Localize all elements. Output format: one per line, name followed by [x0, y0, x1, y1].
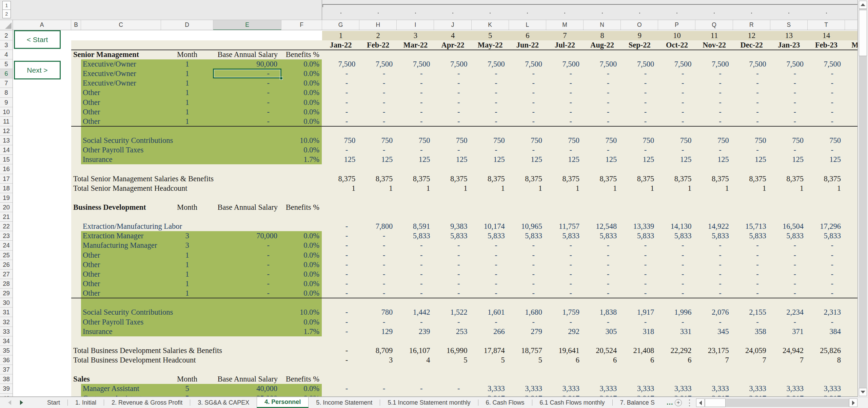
column-header-G[interactable]: G [322, 20, 359, 30]
outline-level-2-button[interactable]: 2 [2, 10, 11, 18]
column-header-Q[interactable]: Q [696, 20, 733, 30]
row-header-10[interactable]: 10 [0, 107, 13, 117]
next-sheet-arrow-icon[interactable] [20, 400, 23, 405]
row-header-37[interactable]: 37 [0, 365, 13, 374]
column-header-D[interactable]: D [161, 20, 213, 30]
value-cell: - [658, 260, 684, 270]
column-header-B[interactable]: B [71, 20, 81, 30]
row-header-7[interactable]: 7 [0, 78, 13, 88]
row-header-25[interactable]: 25 [0, 251, 13, 260]
value-cell: 5,833 [472, 231, 505, 241]
sheet-tab-5-1-income-statement-monthly[interactable]: 5.1 Income Statement monthly [380, 397, 478, 408]
row-header-36[interactable]: 36 [0, 355, 13, 365]
sheet-tab-5-income-statement[interactable]: 5. Income Statement [309, 397, 380, 408]
row-header-4[interactable]: 4 [0, 50, 13, 59]
row-header-13[interactable]: 13 [0, 136, 13, 145]
row-header-22[interactable]: 22 [0, 222, 13, 231]
row-header-24[interactable]: 24 [0, 241, 13, 250]
row-header-8[interactable]: 8 [0, 88, 13, 97]
column-header-R[interactable]: R [733, 20, 770, 30]
prev-sheet-arrow-icon[interactable] [8, 400, 11, 405]
more-sheets-indicator[interactable]: ... [667, 397, 673, 408]
row-header-6[interactable]: 6 [0, 69, 13, 78]
sheet-tab-1-initial[interactable]: 1. Initial [68, 397, 104, 408]
sheet-tab-3-sg-a-capex[interactable]: 3. SG&A & CAPEX [190, 397, 257, 408]
start-button[interactable]: < Start [14, 30, 61, 49]
column-header-C[interactable]: C [81, 20, 161, 30]
row-header-34[interactable]: 34 [0, 336, 13, 346]
column-header-U[interactable]: U [845, 20, 858, 30]
row-header-31[interactable]: 31 [0, 308, 13, 317]
column-header-O[interactable]: O [621, 20, 658, 30]
value-cell: - [472, 260, 497, 270]
row-header-32[interactable]: 32 [0, 317, 13, 327]
fill-handle[interactable] [280, 77, 283, 80]
row-header-30[interactable]: 30 [0, 298, 13, 308]
column-header-H[interactable]: H [359, 20, 397, 30]
vertical-scroll-track[interactable] [859, 9, 867, 388]
column-header-J[interactable]: J [434, 20, 471, 30]
row-header-23[interactable]: 23 [0, 231, 13, 241]
active-cell-border[interactable] [213, 69, 281, 78]
value-cell: - [397, 88, 422, 97]
column-header-F[interactable]: F [281, 20, 322, 30]
column-header-I[interactable]: I [397, 20, 434, 30]
row-header-35[interactable]: 35 [0, 346, 13, 355]
column-header-N[interactable]: N [584, 20, 621, 30]
row-header-20[interactable]: 20 [0, 203, 13, 212]
scroll-left-button[interactable] [696, 398, 705, 407]
row-header-39[interactable]: 39 [0, 384, 13, 393]
row-header-28[interactable]: 28 [0, 279, 13, 289]
value-cell: - [322, 289, 348, 298]
sheet-tab-6-1-cash-flows-monthly[interactable]: 6.1 Cash Flows monthly [532, 397, 612, 408]
row-header-38[interactable]: 38 [0, 374, 13, 384]
month-start-cell: 1 [161, 260, 213, 270]
horizontal-scroll-thumb[interactable] [705, 398, 726, 407]
value-cell: - [546, 289, 572, 298]
horizontal-scroll-track[interactable] [705, 398, 849, 407]
column-header-A[interactable]: A [13, 20, 71, 30]
row-header-26[interactable]: 26 [0, 260, 13, 270]
sheet-tab-start[interactable]: Start [40, 397, 67, 408]
scroll-right-button[interactable] [849, 398, 857, 407]
row-header-40[interactable]: 40 [0, 394, 13, 396]
column-header-M[interactable]: M [546, 20, 584, 30]
sheet-tab-7-balance-s[interactable]: 7. Balance S [613, 397, 662, 408]
row-header-12[interactable]: 12 [0, 126, 13, 136]
row-header-3[interactable]: 3 [0, 40, 13, 50]
sheet-tab-2-revenue-gross-profit[interactable]: 2. Revenue & Gross Profit [104, 397, 190, 408]
row-header-29[interactable]: 29 [0, 289, 13, 298]
column-header-P[interactable]: P [658, 20, 695, 30]
row-header-18[interactable]: 18 [0, 184, 13, 193]
next-button[interactable]: Next > [14, 61, 61, 79]
column-header-T[interactable]: T [808, 20, 845, 30]
row-header-21[interactable]: 21 [0, 212, 13, 222]
row-header-14[interactable]: 14 [0, 145, 13, 155]
month-start-cell: 1 [161, 107, 213, 117]
row-header-16[interactable]: 16 [0, 164, 13, 174]
row-header-9[interactable]: 9 [0, 98, 13, 107]
tabbar-divider-dots[interactable] [689, 400, 690, 406]
row-header-11[interactable]: 11 [0, 117, 13, 126]
outline-level-1-button[interactable]: 1 [2, 1, 11, 10]
column-header-E[interactable]: E [213, 20, 281, 30]
row-header-2[interactable]: 2 [0, 31, 13, 40]
column-header-K[interactable]: K [472, 20, 509, 30]
column-header-L[interactable]: L [509, 20, 546, 30]
row-header-27[interactable]: 27 [0, 270, 13, 279]
value-cell: - [322, 222, 348, 231]
column-header-S[interactable]: S [770, 20, 808, 30]
scroll-up-button[interactable] [859, 1, 867, 9]
new-sheet-button[interactable]: + [675, 399, 682, 406]
row-header-17[interactable]: 17 [0, 174, 13, 184]
sheet-tab-4-personnel[interactable]: 4. Personnel [257, 397, 309, 408]
scroll-down-button[interactable] [859, 388, 867, 396]
value-cell: 3,333 [658, 384, 691, 393]
sheet-tab-6-cash-flows[interactable]: 6. Cash Flows [478, 397, 532, 408]
row-header-19[interactable]: 19 [0, 193, 13, 203]
select-all-corner[interactable] [0, 20, 13, 30]
vertical-scroll-thumb[interactable] [859, 10, 867, 56]
row-header-33[interactable]: 33 [0, 327, 13, 336]
row-header-5[interactable]: 5 [0, 59, 13, 69]
row-header-15[interactable]: 15 [0, 155, 13, 164]
